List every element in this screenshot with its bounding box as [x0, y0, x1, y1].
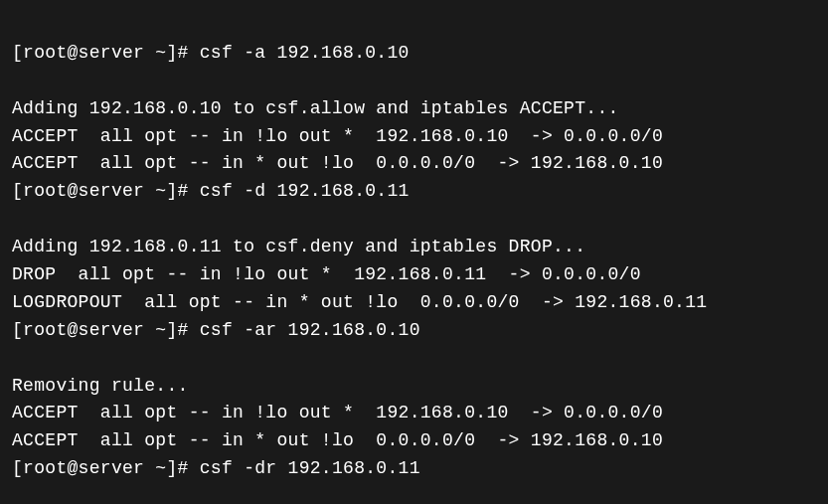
- prompt-line-1: [root@server ~]# csf -a 192.168.0.10: [12, 40, 816, 68]
- shell-prompt: [root@server ~]#: [12, 458, 200, 478]
- command-2: csf -d 192.168.0.11: [200, 181, 410, 201]
- output-3b: ACCEPT all opt -- in !lo out * 192.168.0…: [12, 403, 663, 422]
- output-1c: ACCEPT all opt -- in * out !lo 0.0.0.0/0…: [12, 153, 663, 173]
- shell-prompt: [root@server ~]#: [12, 43, 200, 63]
- output-1a: Adding 192.168.0.10 to csf.allow and ipt…: [12, 98, 619, 118]
- output-1b: ACCEPT all opt -- in !lo out * 192.168.0…: [12, 126, 663, 146]
- shell-prompt: [root@server ~]#: [12, 181, 200, 201]
- prompt-line-4: [root@server ~]# csf -dr 192.168.0.11: [12, 455, 816, 483]
- command-3: csf -ar 192.168.0.10: [200, 320, 420, 340]
- prompt-line-2: [root@server ~]# csf -d 192.168.0.11: [12, 178, 816, 206]
- output-2b: DROP all opt -- in !lo out * 192.168.0.1…: [12, 264, 641, 284]
- command-4: csf -dr 192.168.0.11: [200, 458, 420, 478]
- output-2c: LOGDROPOUT all opt -- in * out !lo 0.0.0…: [12, 292, 707, 312]
- terminal[interactable]: [root@server ~]# csf -a 192.168.0.10 Add…: [12, 12, 816, 504]
- output-3a: Removing rule...: [12, 376, 189, 396]
- shell-prompt: [root@server ~]#: [12, 320, 200, 340]
- output-3c: ACCEPT all opt -- in * out !lo 0.0.0.0/0…: [12, 430, 663, 450]
- prompt-line-3: [root@server ~]# csf -ar 192.168.0.10: [12, 317, 816, 345]
- command-1: csf -a 192.168.0.10: [200, 43, 410, 63]
- output-2a: Adding 192.168.0.11 to csf.deny and ipta…: [12, 237, 585, 256]
